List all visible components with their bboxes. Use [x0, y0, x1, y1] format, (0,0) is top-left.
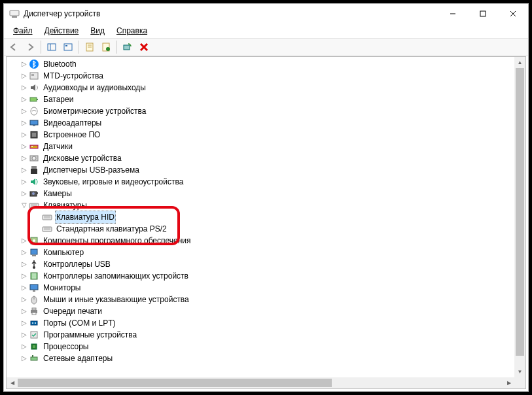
collapse-icon[interactable]: ▽ [20, 199, 29, 211]
svg-rect-8 [64, 44, 72, 50]
tree-node[interactable]: ▷Bluetooth [7, 58, 514, 70]
mon-icon [29, 283, 39, 293]
expand-icon[interactable]: ▷ [20, 235, 29, 247]
fw-icon [29, 129, 39, 140]
expand-icon[interactable]: ▷ [20, 341, 29, 352]
store-icon [29, 271, 39, 281]
expand-icon[interactable]: ▷ [20, 141, 29, 152]
scroll-up-icon[interactable]: ▲ [514, 57, 525, 68]
maximize-button[interactable] [468, 4, 498, 24]
tree-node[interactable]: ▷MTD-устройства [7, 70, 514, 82]
tree-node[interactable]: ▷Камеры [7, 188, 514, 199]
tree-node[interactable]: ▷Батареи [7, 94, 514, 105]
expand-icon[interactable]: ▷ [20, 317, 29, 329]
expand-icon[interactable]: ▷ [20, 58, 29, 70]
tree-node[interactable]: ▷Биометрические устройства [7, 105, 514, 117]
tree-node[interactable]: ▷Программные устройства [7, 329, 514, 341]
svg-rect-21 [30, 97, 37, 101]
expand-icon[interactable]: ▷ [20, 94, 29, 105]
expand-icon[interactable]: ▷ [20, 247, 29, 258]
toolbar-properties2-button[interactable] [99, 40, 113, 54]
scroll-thumb-h[interactable] [18, 379, 332, 387]
menu-view[interactable]: Вид [85, 25, 110, 37]
tree-node[interactable]: ▷Дисковые устройства [7, 152, 514, 164]
tree-node-label: Диспетчеры USB-разъема [42, 164, 141, 176]
tree-node[interactable]: Стандартная клавиатура PS/2 [7, 223, 514, 235]
expand-icon[interactable]: ▷ [20, 188, 29, 199]
tree-node-label: Компоненты программного обеспечения [42, 235, 192, 247]
svg-rect-25 [33, 126, 35, 126]
vertical-scrollbar[interactable]: ▲ ▼ [514, 57, 525, 377]
menu-action[interactable]: Действие [39, 25, 84, 37]
scroll-down-icon[interactable]: ▼ [514, 366, 525, 377]
tree-node[interactable]: ▷Процессоры [7, 341, 514, 352]
tree-node[interactable]: ▷Мониторы [7, 282, 514, 294]
expand-icon[interactable]: ▷ [20, 270, 29, 282]
toolbar-help-button[interactable] [61, 40, 75, 54]
expand-icon[interactable]: ▷ [20, 152, 29, 164]
expand-icon[interactable]: ▷ [20, 82, 29, 94]
tree-node[interactable]: ▷Контроллеры запоминающих устройств [7, 270, 514, 282]
tree-node[interactable]: ▷Датчики [7, 141, 514, 152]
tree-node[interactable]: ▷Компоненты программного обеспечения [7, 235, 514, 247]
toolbar-back-button[interactable] [7, 40, 21, 54]
toolbar-forward-button[interactable] [23, 40, 37, 54]
sw-icon [29, 235, 39, 246]
tree-node[interactable]: ▷Сетевые адаптеры [7, 352, 514, 364]
tree-node[interactable]: ▷Аудиовходы и аудиовыходы [7, 82, 514, 94]
tree-node[interactable]: ▷Очереди печати [7, 305, 514, 317]
expand-icon[interactable]: ▷ [20, 258, 29, 270]
battery-icon [29, 94, 39, 105]
svg-rect-58 [32, 313, 36, 315]
expand-icon[interactable]: ▷ [20, 176, 29, 188]
menu-help[interactable]: Справка [111, 25, 152, 37]
tree-node[interactable]: ▽Клавиатуры [7, 199, 514, 211]
expand-icon[interactable]: ▷ [20, 70, 29, 82]
expand-icon[interactable]: ▷ [20, 164, 29, 176]
expand-icon[interactable]: ▷ [20, 294, 29, 305]
svg-point-31 [32, 156, 36, 160]
toolbar-show-button[interactable] [44, 40, 59, 54]
tree-node[interactable]: ▷Мыши и иные указывающие устройства [7, 294, 514, 305]
tree-node-label: Порты (COM и LPT) [42, 317, 117, 329]
tree-node-label: Компьютер [42, 247, 85, 258]
tree-node[interactable]: Клавиатура HID [7, 211, 514, 223]
toolbar-uninstall-button[interactable] [137, 40, 151, 54]
expand-icon[interactable]: ▷ [20, 282, 29, 294]
svg-point-14 [106, 47, 110, 51]
kb-icon [29, 200, 39, 211]
svg-point-47 [33, 239, 35, 242]
svg-rect-49 [32, 255, 36, 256]
svg-rect-24 [30, 120, 38, 125]
tree-node[interactable]: ▷Диспетчеры USB-разъема [7, 164, 514, 176]
close-button[interactable] [498, 4, 528, 24]
expand-icon[interactable]: ▷ [20, 329, 29, 341]
expand-icon[interactable]: ▷ [20, 117, 29, 129]
expand-icon[interactable]: ▷ [20, 305, 29, 317]
svg-point-50 [33, 266, 35, 269]
svg-rect-57 [32, 308, 36, 310]
menubar: Файл Действие Вид Справка [4, 24, 528, 38]
scroll-right-icon[interactable]: ▶ [503, 377, 514, 388]
expand-icon[interactable]: ▷ [20, 129, 29, 141]
tree-node[interactable]: ▷Компьютер [7, 247, 514, 258]
tree-node[interactable]: ▷Порты (COM и LPT) [7, 317, 514, 329]
toolbar-scan-button[interactable] [120, 40, 135, 54]
tree-node[interactable]: ▷Встроенное ПО [7, 129, 514, 141]
minimize-button[interactable] [438, 4, 468, 24]
scroll-left-icon[interactable]: ◀ [7, 377, 18, 388]
print-icon [29, 306, 39, 317]
tree-node[interactable]: ▷Контроллеры USB [7, 258, 514, 270]
tree-node-label: Клавиатура HID [55, 211, 116, 224]
horizontal-scrollbar[interactable]: ◀ ▶ [7, 377, 514, 388]
tree-node[interactable]: ▷Видеоадаптеры [7, 117, 514, 129]
pc-icon [29, 247, 39, 258]
toolbar-properties-button[interactable] [82, 40, 97, 54]
tree-node[interactable]: ▷Звуковые, игровые и видеоустройства [7, 176, 514, 188]
scroll-thumb-v[interactable] [516, 68, 524, 356]
expand-icon[interactable]: ▷ [20, 105, 29, 117]
tree-node-label: Контроллеры запоминающих устройств [42, 270, 190, 282]
menu-file[interactable]: Файл [8, 25, 38, 37]
device-tree[interactable]: ▷Bluetooth▷MTD-устройства▷Аудиовходы и а… [7, 57, 514, 388]
expand-icon[interactable]: ▷ [20, 352, 29, 364]
